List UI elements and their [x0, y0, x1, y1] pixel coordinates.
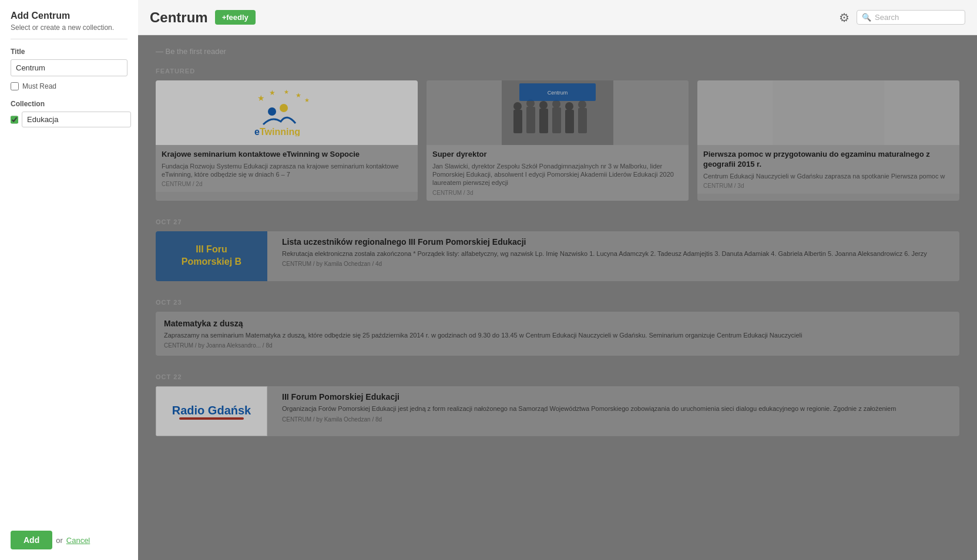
- feed-subtitle: — Be the first reader: [156, 47, 959, 56]
- date-oct22: OCT 22: [156, 373, 959, 380]
- top-bar-left: Centrum +feedly: [150, 9, 256, 26]
- featured-card-excerpt-1: Jan Slawicki, dyrektor Zespołu Szkół Pon…: [432, 162, 683, 187]
- svg-point-16: [552, 100, 560, 108]
- svg-rect-9: [513, 110, 522, 133]
- gear-icon[interactable]: ⚙: [839, 11, 850, 25]
- svg-text:eTwinning: eTwinning: [254, 127, 300, 136]
- or-text: or: [56, 536, 63, 545]
- svg-text:★: ★: [257, 93, 265, 103]
- svg-text:Centrum: Centrum: [548, 90, 568, 96]
- section-oct27: OCT 27 III ForuPomorskiej B Lista uczest…: [156, 218, 959, 281]
- svg-rect-17: [565, 110, 574, 133]
- collection-checkbox[interactable]: [11, 116, 18, 124]
- radio-gdansk-logo: Radio Gdańsk: [170, 394, 253, 429]
- section-oct23: OCT 23 Matematyka z duszą Zapraszamy na …: [156, 299, 959, 356]
- collection-row: [11, 112, 127, 127]
- featured-card-body-super-dyrektor: Super dyrektor Jan Slawicki, dyrektor Ze…: [427, 145, 689, 201]
- svg-text:★: ★: [269, 89, 276, 97]
- article-meta-iii-forum: CENTRUM / by Kamila Ochedzan / 8d: [282, 416, 954, 423]
- article-thumb-radio: Radio Gdańsk: [156, 386, 267, 436]
- svg-point-6: [280, 104, 288, 112]
- date-oct27: OCT 27: [156, 218, 959, 225]
- date-oct23: OCT 23: [156, 299, 959, 306]
- collection-label: Collection: [11, 100, 127, 108]
- title-input[interactable]: [11, 59, 127, 76]
- featured-card-excerpt-2: Centrum Edukacji Nauczycieli w Gdańsku z…: [703, 172, 954, 180]
- featured-card-pierwsza-pomoc[interactable]: Pierwsza pomoc w przygotowaniu do egzami…: [697, 80, 959, 201]
- feedly-button[interactable]: +feedly: [215, 10, 256, 25]
- top-bar: Centrum +feedly ⚙ 🔍: [138, 0, 977, 35]
- etwinning-logo: ★ ★ ★ ★ ★ eTwinning: [251, 89, 322, 136]
- article-excerpt-iii-forum: Organizacja Forów Pomorskiej Edukacji je…: [282, 404, 954, 413]
- featured-card-body-etwinning: Krajowe seminarium kontaktowe eTwinning …: [156, 145, 418, 192]
- article-title-lista: Lista uczestników regionalnego III Forum…: [282, 237, 954, 247]
- svg-rect-15: [552, 107, 561, 133]
- svg-rect-25: [179, 417, 244, 420]
- panel-footer: Add or Cancel: [11, 525, 127, 549]
- article-excerpt-lista: Rekrutacja elektroniczna została zakończ…: [282, 249, 954, 258]
- svg-rect-13: [539, 109, 548, 133]
- divider: [11, 39, 127, 39]
- search-icon: 🔍: [862, 13, 871, 22]
- top-bar-right: ⚙ 🔍: [839, 10, 965, 25]
- forum-text: III ForuPomorskiej B: [176, 238, 247, 274]
- featured-card-img-empty: [697, 80, 959, 145]
- svg-rect-19: [578, 108, 587, 133]
- search-input[interactable]: [875, 13, 960, 22]
- featured-card-super-dyrektor[interactable]: Centrum Super dyrektor Jan Slawicki, dyr…: [427, 80, 689, 201]
- panel-subtitle: Select or create a new collection.: [11, 23, 127, 32]
- featured-card-title-2: Pierwsza pomoc w przygotowaniu do egzami…: [703, 150, 954, 170]
- content-area: — Be the first reader FEATURED ★ ★ ★ ★ ★: [138, 35, 977, 560]
- featured-card-img-etwinning: ★ ★ ★ ★ ★ eTwinning: [156, 80, 418, 145]
- featured-card-body-pierwsza-pomoc: Pierwsza pomoc w przygotowaniu do egzami…: [697, 145, 959, 194]
- featured-card-meta-2: CENTRUM / 3d: [703, 183, 954, 189]
- article-thumb-forum: III ForuPomorskiej B: [156, 231, 267, 281]
- cancel-button[interactable]: Cancel: [66, 536, 90, 545]
- svg-rect-23: [773, 80, 884, 145]
- article-title-iii-forum: III Forum Pomorskiej Edukacji: [282, 392, 954, 402]
- featured-card-img-photo: Centrum: [427, 80, 689, 145]
- search-box: 🔍: [857, 10, 965, 25]
- article-content-lista: Lista uczestników regionalnego III Forum…: [276, 231, 959, 281]
- article-title-matematyka: Matematyka z duszą: [164, 319, 951, 328]
- featured-card-title-0: Krajowe seminarium kontaktowe eTwinning …: [162, 150, 412, 160]
- svg-text:Radio Gdańsk: Radio Gdańsk: [172, 404, 251, 417]
- article-iii-forum[interactable]: Radio Gdańsk III Forum Pomorskiej Edukac…: [156, 386, 959, 436]
- featured-card-excerpt-0: Fundacja Rozwoju Systemu Edukacji zapras…: [162, 162, 412, 179]
- svg-point-5: [268, 107, 276, 116]
- add-centrum-panel: Add Centrum Select or create a new colle…: [0, 0, 138, 560]
- right-panel: Centrum +feedly ⚙ 🔍 — Be the first reade…: [138, 0, 977, 560]
- featured-card-title-1: Super dyrektor: [432, 150, 683, 160]
- featured-label: FEATURED: [156, 68, 959, 75]
- article-excerpt-matematyka: Zapraszamy na seminarium Matematyka z du…: [164, 331, 951, 340]
- featured-card-meta-0: CENTRUM / 2d: [162, 181, 412, 187]
- svg-text:★: ★: [296, 92, 301, 99]
- featured-card-meta-1: CENTRUM / 3d: [432, 190, 683, 196]
- svg-rect-11: [526, 107, 535, 133]
- must-read-label: Must Read: [22, 82, 56, 90]
- section-oct22: OCT 22 Radio Gdańsk III Forum Pomorskiej…: [156, 373, 959, 436]
- add-button[interactable]: Add: [11, 531, 52, 549]
- collection-input[interactable]: [22, 112, 131, 127]
- svg-point-20: [578, 100, 586, 109]
- must-read-checkbox[interactable]: [11, 82, 19, 90]
- svg-point-14: [539, 101, 548, 109]
- article-meta-lista: CENTRUM / by Kamila Ochedzan / 4d: [282, 261, 954, 267]
- feed-title: Centrum: [150, 9, 208, 26]
- article-matematyka[interactable]: Matematyka z duszą Zapraszamy na seminar…: [156, 312, 959, 356]
- panel-title: Add Centrum: [11, 11, 127, 21]
- svg-text:★: ★: [284, 89, 289, 95]
- featured-card-etwinning[interactable]: ★ ★ ★ ★ ★ eTwinning: [156, 80, 418, 201]
- article-lista-uczestnikow[interactable]: III ForuPomorskiej B Lista uczestników r…: [156, 231, 959, 281]
- featured-grid: ★ ★ ★ ★ ★ eTwinning: [156, 80, 959, 201]
- svg-text:★: ★: [304, 97, 310, 103]
- article-meta-matematyka: CENTRUM / by Joanna Aleksandro... / 8d: [164, 342, 951, 349]
- must-read-row: Must Read: [11, 82, 127, 90]
- title-label: Title: [11, 48, 127, 56]
- svg-point-18: [565, 102, 573, 110]
- svg-point-10: [513, 102, 522, 110]
- article-content-iii-forum: III Forum Pomorskiej Edukacji Organizacj…: [276, 386, 959, 436]
